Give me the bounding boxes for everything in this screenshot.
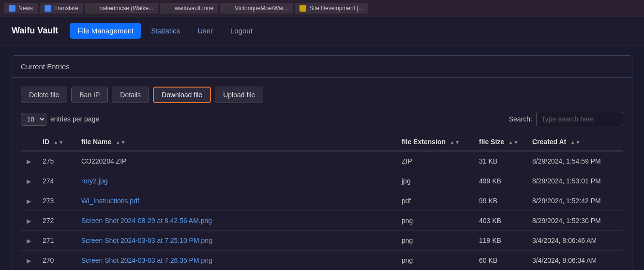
col-filename: file Name ▲▼ — [75, 133, 396, 151]
col-expand — [21, 133, 37, 151]
sort-icon-size[interactable]: ▲▼ — [508, 139, 519, 145]
btn-ban-ip[interactable]: Ban IP — [71, 87, 108, 103]
search-right: Search: — [509, 112, 623, 126]
row-filename-270[interactable]: Screen Shot 2024-03-03 at 7.26.35 PM.png — [75, 251, 396, 270]
tab-label-sitedev: Site Development |... — [309, 5, 363, 12]
row-size-273: 99 KB — [473, 191, 526, 211]
table-controls: 10 25 50 entries per page Search: — [21, 112, 623, 126]
row-id-271: 271 — [37, 231, 75, 251]
row-created-275: 8/29/2024, 1:54:59 PM — [526, 151, 623, 171]
row-created-271: 3/4/2024, 8:06:46 AM — [526, 231, 623, 251]
row-extension-272: png — [396, 211, 473, 231]
table-row: ▶270Screen Shot 2024-03-03 at 7.26.35 PM… — [21, 251, 623, 270]
tab-bar: NewsTranslatenakedmcse (Walke...waifuvau… — [0, 0, 644, 16]
browser-tab-victoriquemoe[interactable]: VictoriqueMoe/Wai... — [220, 3, 293, 14]
row-expand-274[interactable]: ▶ — [21, 171, 37, 191]
tab-favicon-sitedev — [300, 5, 306, 12]
table-row: ▶273WI_Instructions.pdfpdf99 KB8/29/2024… — [21, 191, 623, 211]
browser-tab-sitedev[interactable]: Site Development |... — [295, 3, 368, 14]
tab-label-translate: Translate — [54, 5, 78, 12]
main-content: Current Entries Delete fileBan IPDetails… — [0, 45, 644, 270]
nav-link-logout[interactable]: Logout — [223, 23, 260, 39]
row-filename-link-272[interactable]: Screen Shot 2024-08-29 at 8.42.56 AM.png — [81, 217, 212, 225]
table-header-row: ID ▲▼ file Name ▲▼ file Extension ▲▼ fil… — [21, 133, 623, 151]
section-title: Current Entries — [12, 56, 632, 78]
nav-links: File ManagementStatisticsUserLogout — [70, 23, 260, 39]
row-size-271: 119 KB — [473, 231, 526, 251]
row-filename-link-270[interactable]: Screen Shot 2024-03-03 at 7.26.35 PM.png — [81, 256, 212, 264]
table-row: ▶275CO220204.ZIPZIP31 KB8/29/2024, 1:54:… — [21, 151, 623, 171]
tab-label-nakedmcse: nakedmcse (Walke... — [100, 5, 154, 12]
row-expand-275[interactable]: ▶ — [21, 151, 37, 171]
tab-favicon-victoriquemoe — [225, 5, 232, 12]
col-created: Created At ▲▼ — [526, 133, 623, 151]
table-row: ▶274rory2.jpgjpg499 KB8/29/2024, 1:53:01… — [21, 171, 623, 191]
row-created-272: 8/29/2024, 1:52:30 PM — [526, 211, 623, 231]
col-size: file Size ▲▼ — [473, 133, 526, 151]
row-created-274: 8/29/2024, 1:53:01 PM — [526, 171, 623, 191]
row-expand-272[interactable]: ▶ — [21, 211, 37, 231]
entries-per-page-select[interactable]: 10 25 50 — [21, 113, 46, 126]
row-id-272: 272 — [37, 211, 75, 231]
sort-icon-filename[interactable]: ▲▼ — [115, 139, 126, 145]
row-id-270: 270 — [37, 251, 75, 270]
row-filename-273[interactable]: WI_Instructions.pdf — [75, 191, 396, 211]
row-filename-link-271[interactable]: Screen Shot 2024-03-03 at 7.25.10 PM.png — [81, 237, 212, 244]
tab-favicon-translate — [45, 5, 51, 12]
tab-favicon-news — [9, 5, 15, 12]
row-expand-273[interactable]: ▶ — [21, 191, 37, 211]
nav-link-statistics[interactable]: Statistics — [143, 23, 188, 39]
row-expand-271[interactable]: ▶ — [21, 231, 37, 251]
row-size-274: 499 KB — [473, 171, 526, 191]
col-id: ID ▲▼ — [37, 133, 75, 151]
row-size-270: 60 KB — [473, 251, 526, 270]
row-filename-link-274[interactable]: rory2.jpg — [81, 177, 107, 185]
table-row: ▶271Screen Shot 2024-03-03 at 7.25.10 PM… — [21, 231, 623, 251]
browser-tab-nakedmcse[interactable]: nakedmcse (Walke... — [85, 3, 159, 14]
sort-icon-id[interactable]: ▲▼ — [53, 139, 64, 145]
tab-label-victoriquemoe: VictoriqueMoe/Wai... — [235, 5, 288, 12]
search-input[interactable] — [536, 112, 623, 126]
tab-favicon-waifuvault — [165, 5, 172, 12]
row-filename-275: CO220204.ZIP — [75, 151, 396, 171]
search-label: Search: — [509, 115, 532, 123]
btn-upload-file[interactable]: Upload file — [215, 87, 263, 103]
nav-link-file-management[interactable]: File Management — [70, 23, 141, 39]
sort-icon-extension[interactable]: ▲▼ — [449, 139, 460, 145]
row-filename-link-273[interactable]: WI_Instructions.pdf — [81, 197, 139, 205]
section-body: Delete fileBan IPDetailsDownload fileUpl… — [12, 78, 632, 270]
row-size-272: 403 KB — [473, 211, 526, 231]
browser-tab-news[interactable]: News — [4, 3, 38, 14]
row-id-275: 275 — [37, 151, 75, 171]
row-id-273: 273 — [37, 191, 75, 211]
row-extension-271: png — [396, 231, 473, 251]
files-table: ID ▲▼ file Name ▲▼ file Extension ▲▼ fil… — [21, 133, 623, 270]
nav-bar: Waifu Vault File ManagementStatisticsUse… — [0, 16, 644, 45]
btn-delete-file[interactable]: Delete file — [21, 87, 67, 103]
row-extension-275: ZIP — [396, 151, 473, 171]
row-size-275: 31 KB — [473, 151, 526, 171]
action-buttons: Delete fileBan IPDetailsDownload fileUpl… — [21, 87, 623, 103]
browser-tab-waifuvault[interactable]: waifuvault.moe — [160, 3, 218, 14]
row-filename-271[interactable]: Screen Shot 2024-03-03 at 7.25.10 PM.png — [75, 231, 396, 251]
row-created-270: 3/4/2024, 8:06:34 AM — [526, 251, 623, 270]
entries-per-page-label: entries per page — [50, 115, 99, 123]
col-extension: file Extension ▲▼ — [396, 133, 473, 151]
row-created-273: 8/29/2024, 1:52:42 PM — [526, 191, 623, 211]
browser-tab-translate[interactable]: Translate — [40, 3, 83, 14]
tab-label-news: News — [18, 5, 33, 12]
nav-link-user[interactable]: User — [190, 23, 221, 39]
row-filename-272[interactable]: Screen Shot 2024-08-29 at 8.42.56 AM.png — [75, 211, 396, 231]
tab-label-waifuvault: waifuvault.moe — [175, 5, 213, 12]
btn-details[interactable]: Details — [112, 87, 149, 103]
row-expand-270[interactable]: ▶ — [21, 251, 37, 270]
btn-download-file[interactable]: Download file — [153, 87, 211, 103]
nav-brand: Waifu Vault — [12, 26, 58, 36]
row-id-274: 274 — [37, 171, 75, 191]
tab-favicon-nakedmcse — [90, 5, 97, 12]
row-extension-274: jpg — [396, 171, 473, 191]
row-filename-274[interactable]: rory2.jpg — [75, 171, 396, 191]
sort-icon-created[interactable]: ▲▼ — [570, 139, 581, 145]
row-extension-273: pdf — [396, 191, 473, 211]
entries-section: Current Entries Delete fileBan IPDetails… — [12, 55, 632, 270]
